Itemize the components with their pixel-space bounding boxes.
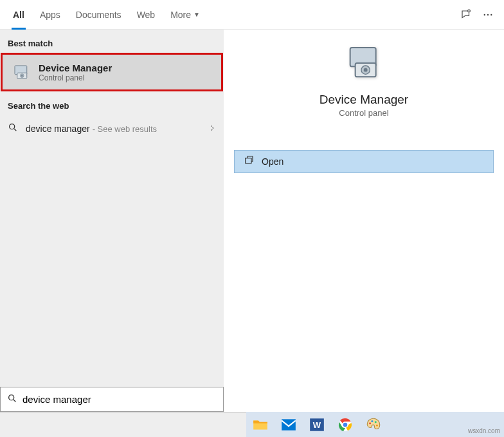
search-icon xyxy=(7,393,17,406)
svg-point-24 xyxy=(371,420,373,422)
detail-pane: Device Manager Control panel Open xyxy=(224,30,504,412)
detail-icon xyxy=(224,42,504,84)
svg-point-1 xyxy=(484,14,485,15)
section-search-web: Search the web xyxy=(0,92,224,115)
open-icon xyxy=(244,155,255,168)
svg-rect-14 xyxy=(246,158,251,163)
results-column: Best match Device Manager Control panel … xyxy=(0,30,224,412)
chevron-right-icon xyxy=(208,123,216,135)
section-best-match: Best match xyxy=(0,30,224,52)
taskbar-word[interactable]: W xyxy=(303,412,331,437)
web-hint: - See web results xyxy=(93,124,157,134)
feedback-icon[interactable] xyxy=(455,4,477,26)
taskbar-mail[interactable] xyxy=(274,412,303,437)
result-subtitle: Control panel xyxy=(39,73,112,82)
web-query: device manager xyxy=(26,124,90,134)
svg-line-9 xyxy=(14,129,16,131)
tab-all[interactable]: All xyxy=(5,0,32,30)
taskbar-paint[interactable] xyxy=(359,412,388,437)
detail-subtitle: Control panel xyxy=(224,108,504,118)
svg-point-8 xyxy=(10,124,15,129)
tab-more[interactable]: More▼ xyxy=(163,0,208,30)
svg-point-3 xyxy=(491,14,492,15)
chevron-down-icon: ▼ xyxy=(194,11,200,18)
tab-apps[interactable]: Apps xyxy=(32,0,68,30)
open-action[interactable]: Open xyxy=(234,150,494,173)
svg-line-16 xyxy=(14,400,15,402)
svg-point-25 xyxy=(375,421,377,423)
svg-point-0 xyxy=(468,10,471,12)
tab-web[interactable]: Web xyxy=(129,0,163,30)
taskbar: W xyxy=(0,412,504,437)
search-icon xyxy=(8,122,21,135)
search-input[interactable] xyxy=(22,394,217,405)
tab-documents[interactable]: Documents xyxy=(68,0,129,30)
taskbar-chrome[interactable] xyxy=(331,412,359,437)
result-title: Device Manager xyxy=(39,62,112,73)
detail-title: Device Manager xyxy=(224,93,504,107)
svg-rect-17 xyxy=(282,419,296,430)
svg-point-15 xyxy=(9,395,14,400)
result-device-manager[interactable]: Device Manager Control panel xyxy=(1,53,223,91)
search-tabs: All Apps Documents Web More▼ xyxy=(0,0,504,30)
svg-point-13 xyxy=(364,68,368,72)
open-label: Open xyxy=(262,156,284,167)
web-search-result[interactable]: device manager - See web results xyxy=(0,115,224,143)
svg-point-2 xyxy=(487,14,489,15)
device-manager-icon xyxy=(10,61,32,83)
search-box[interactable] xyxy=(0,387,224,412)
svg-point-23 xyxy=(369,422,371,424)
svg-point-7 xyxy=(21,75,23,77)
svg-text:W: W xyxy=(313,420,321,430)
more-options-icon[interactable] xyxy=(477,4,499,26)
svg-point-26 xyxy=(376,424,378,426)
taskbar-file-explorer[interactable] xyxy=(246,412,274,437)
watermark: wsxdn.com xyxy=(468,427,500,434)
